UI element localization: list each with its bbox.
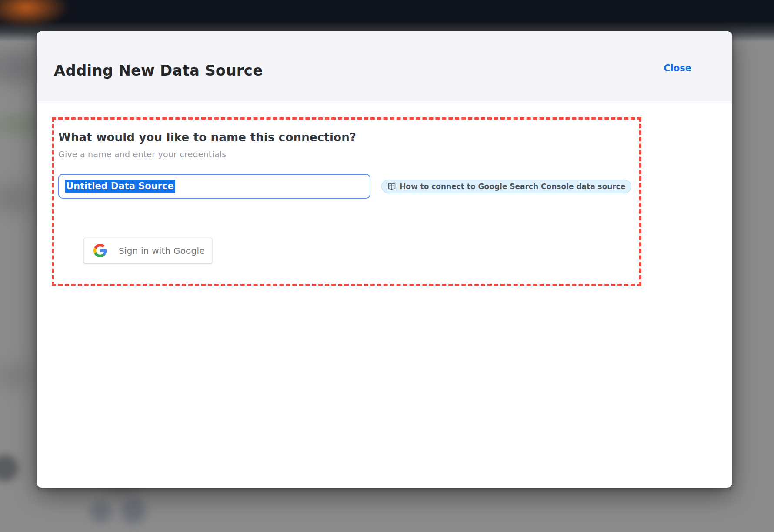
blurred-background-shape	[0, 363, 33, 389]
google-signin-button[interactable]: Sign in with Google	[84, 238, 212, 263]
connection-name-subheading: Give a name and enter your credentials	[58, 150, 639, 159]
blurred-background-shape	[0, 51, 39, 84]
blurred-background-shape	[0, 183, 33, 214]
close-button[interactable]: Close	[664, 63, 691, 73]
modal-body: What would you like to name this connect…	[37, 103, 732, 286]
add-data-source-modal: Adding New Data Source Close What would …	[37, 31, 732, 488]
blurred-background-shape	[121, 498, 146, 524]
connection-name-heading: What would you like to name this connect…	[58, 131, 639, 144]
google-signin-label: Sign in with Google	[119, 246, 205, 256]
screen: Adding New Data Source Close What would …	[0, 0, 774, 532]
name-input-row: Untitled Data Source How to connect to G…	[58, 174, 639, 199]
modal-title: Adding New Data Source	[54, 62, 263, 79]
modal-header: Adding New Data Source Close	[37, 31, 732, 103]
blurred-background-shape	[0, 114, 40, 136]
help-link-label: How to connect to Google Search Console …	[400, 182, 625, 191]
blurred-background-shape	[90, 501, 112, 523]
highlighted-region: What would you like to name this connect…	[52, 117, 641, 286]
connection-name-input[interactable]: Untitled Data Source	[58, 174, 370, 199]
open-book-icon	[387, 182, 396, 191]
blurred-background-shape	[0, 455, 18, 482]
google-g-icon	[93, 244, 107, 257]
connection-name-input-value: Untitled Data Source	[65, 180, 175, 193]
how-to-connect-help-link[interactable]: How to connect to Google Search Console …	[381, 180, 631, 193]
